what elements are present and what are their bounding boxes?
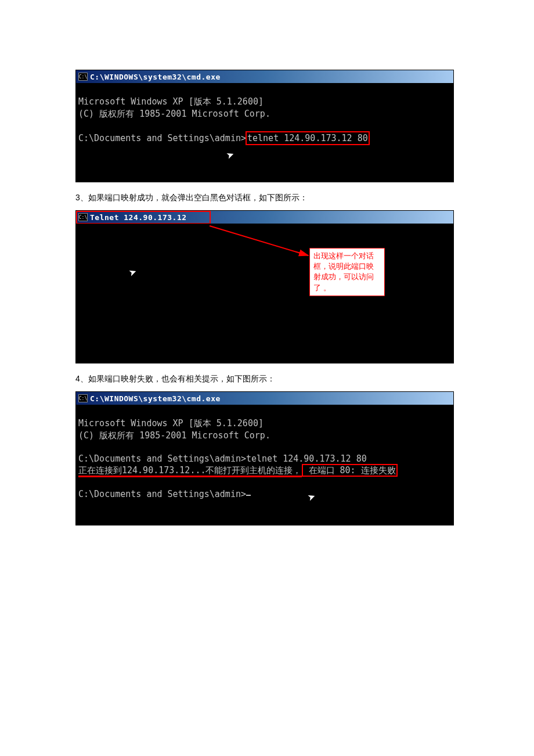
caption-step-4: 4、如果端口映射失败，也会有相关提示，如下图所示： <box>75 374 459 384</box>
telnet-command-highlight: telnet 124.90.173.12 80 <box>246 131 370 145</box>
prompt-text: C:\Documents and Settings\admin> <box>78 453 246 464</box>
cmd-icon: C:\ <box>78 213 88 221</box>
copyright-line: (C) 版权所有 1985-2001 Microsoft Corp. <box>78 430 270 441</box>
prompt-text: C:\Documents and Settings\admin> <box>78 133 246 143</box>
annotation-arrow-icon <box>76 224 454 375</box>
connect-fail-highlight: 在端口 80: 连接失败 <box>302 464 398 477</box>
titlebar: C:\ Telnet 124.90.173.12 <box>76 211 453 224</box>
cmd-window-telnet-fail: C:\ C:\WINDOWS\system32\cmd.exe Microsof… <box>75 391 454 525</box>
cmd-icon: C:\ <box>78 394 88 402</box>
terminal-body: Microsoft Windows XP [版本 5.1.2600] (C) 版… <box>76 405 453 525</box>
version-line: Microsoft Windows XP [版本 5.1.2600] <box>78 418 264 429</box>
terminal-body: Microsoft Windows XP [版本 5.1.2600] (C) 版… <box>76 83 453 182</box>
cmd-icon: C:\ <box>78 73 88 81</box>
telnet-command: telnet 124.90.173.12 80 <box>246 453 367 464</box>
prompt-text: C:\Documents and Settings\admin> <box>78 489 246 499</box>
telnet-success-window: C:\ Telnet 124.90.173.12 出现这样一个对话框，说明此端口… <box>75 210 454 363</box>
cursor-arrow-icon: ➤ <box>127 264 140 282</box>
copyright-line: (C) 版权所有 1985-2001 Microsoft Corp. <box>78 109 270 119</box>
success-callout: 出现这样一个对话框，说明此端口映射成功，可以访问了 。 <box>309 248 385 296</box>
cmd-window-telnet-command: C:\ C:\WINDOWS\system32\cmd.exe Microsof… <box>75 70 454 182</box>
cursor-arrow-icon: ➤ <box>224 146 237 165</box>
window-title: C:\WINDOWS\system32\cmd.exe <box>90 73 221 81</box>
version-line: Microsoft Windows XP [版本 5.1.2600] <box>78 96 264 107</box>
svg-line-0 <box>210 226 308 255</box>
titlebar: C:\ C:\WINDOWS\system32\cmd.exe <box>76 70 453 83</box>
titlebar: C:\ C:\WINDOWS\system32\cmd.exe <box>76 392 453 405</box>
connect-fail-prefix: 正在连接到124.90.173.12...不能打开到主机的连接， <box>78 465 302 477</box>
window-title: Telnet 124.90.173.12 <box>90 213 187 222</box>
terminal-body: 出现这样一个对话框，说明此端口映射成功，可以访问了 。 ➤ <box>76 224 453 363</box>
window-title: C:\WINDOWS\system32\cmd.exe <box>90 394 221 403</box>
text-cursor-icon <box>246 495 251 496</box>
cursor-arrow-icon: ➤ <box>305 488 319 507</box>
caption-step-3: 3、如果端口映射成功，就会弹出空白黑色对话框，如下图所示： <box>75 193 459 203</box>
